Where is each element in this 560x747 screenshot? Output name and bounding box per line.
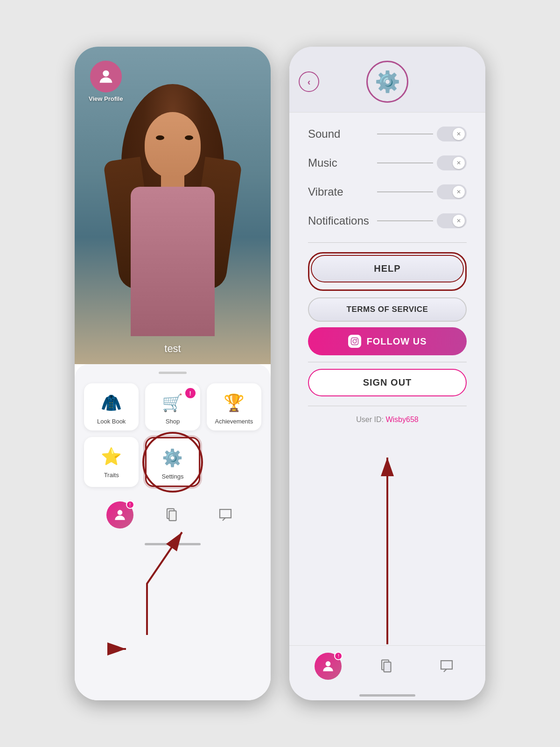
sound-line xyxy=(377,134,433,134)
gear-icon: ⚙️ xyxy=(375,70,400,94)
music-track: ✕ xyxy=(377,155,467,170)
bottom-sheet: 🧥 Look Book ! 🛒 Shop 🏆 xyxy=(75,364,271,700)
music-toggle-knob: ✕ xyxy=(453,157,465,169)
vibrate-line xyxy=(377,191,433,192)
vibrate-toggle-knob: ✕ xyxy=(453,186,465,198)
notifications-track: ✕ xyxy=(377,213,467,228)
settings-icon: ⚙️ xyxy=(161,447,184,469)
shop-badge: ! xyxy=(185,388,196,398)
vibrate-track: ✕ xyxy=(377,184,467,199)
lookbook-icon: 🧥 xyxy=(100,392,123,414)
right-nav-avatar[interactable]: ! xyxy=(314,652,342,680)
divider-2 xyxy=(308,362,467,362)
vibrate-toggle[interactable]: ✕ xyxy=(437,184,467,199)
view-profile-button[interactable]: View Profile xyxy=(89,61,123,102)
help-button[interactable]: HELP xyxy=(311,255,464,282)
avatar xyxy=(90,61,122,92)
notifications-line xyxy=(377,220,433,221)
menu-item-achievements[interactable]: 🏆 Achievements xyxy=(207,383,261,430)
achievements-label: Achievements xyxy=(215,418,253,425)
svg-point-8 xyxy=(326,661,331,666)
notifications-toggle-knob: ✕ xyxy=(453,215,465,227)
svg-point-1 xyxy=(117,510,122,515)
right-nav-person-icon xyxy=(321,659,336,674)
menu-item-traits[interactable]: ⭐ Traits xyxy=(84,437,139,487)
nav-chat-icon xyxy=(217,507,234,523)
follow-label: FOLLOW US xyxy=(367,336,427,347)
sound-track: ✕ xyxy=(377,127,467,141)
right-phone: ‹ ⚙️ Sound ✕ xyxy=(289,47,485,700)
nav-avatar-circle: ! xyxy=(106,501,133,529)
notifications-toggle[interactable]: ✕ xyxy=(437,213,467,228)
shop-label: Shop xyxy=(166,418,180,425)
nav-pages-icon xyxy=(164,507,181,523)
traits-icon: ⭐ xyxy=(100,445,123,468)
svg-rect-5 xyxy=(351,338,358,345)
svg-point-6 xyxy=(353,339,357,343)
right-nav-pages-icon xyxy=(379,658,396,675)
back-button[interactable]: ‹ xyxy=(299,71,319,92)
tos-button[interactable]: TERMS OF SERVICE xyxy=(308,297,467,322)
setting-row-notifications: Notifications ✕ xyxy=(308,213,467,228)
back-icon: ‹ xyxy=(308,77,311,87)
svg-point-0 xyxy=(103,70,109,77)
right-bottom-nav: ! xyxy=(289,645,485,694)
setting-row-vibrate: Vibrate ✕ xyxy=(308,184,467,199)
sheet-handle xyxy=(159,372,187,374)
bottom-nav: ! xyxy=(84,494,261,543)
right-nav-badge: ! xyxy=(334,652,343,660)
menu-item-shop[interactable]: ! 🛒 Shop xyxy=(145,383,200,430)
character-name: test xyxy=(164,343,181,355)
setting-row-sound: Sound ✕ xyxy=(308,127,467,141)
nav-person-icon xyxy=(112,507,127,522)
vibrate-label: Vibrate xyxy=(308,185,343,198)
person-icon xyxy=(97,67,115,86)
svg-rect-3 xyxy=(169,511,176,521)
menu-item-lookbook[interactable]: 🧥 Look Book xyxy=(84,383,139,430)
lookbook-label: Look Book xyxy=(97,418,126,425)
divider-3 xyxy=(308,406,467,406)
user-id-value: Wisby658 xyxy=(385,416,418,423)
character-scene: View Profile test xyxy=(75,47,271,364)
user-id-label: User ID: xyxy=(356,416,384,423)
user-id-row: User ID: Wisby658 xyxy=(308,416,467,424)
help-wrapper: HELP xyxy=(308,252,467,291)
instagram-icon xyxy=(348,335,361,348)
follow-button[interactable]: FOLLOW US xyxy=(308,327,467,355)
ig-svg xyxy=(350,337,359,345)
menu-item-settings[interactable]: ⚙️ Settings xyxy=(145,437,200,487)
achievements-icon: 🏆 xyxy=(223,392,245,414)
right-nav-pages[interactable] xyxy=(373,652,401,680)
menu-grid: 🧥 Look Book ! 🛒 Shop 🏆 xyxy=(84,383,261,487)
settings-label: Settings xyxy=(162,473,184,480)
left-phone: View Profile test 🧥 xyxy=(75,47,271,700)
nav-pages[interactable] xyxy=(159,501,187,529)
right-nav-avatar-circle: ! xyxy=(315,653,342,680)
music-label: Music xyxy=(308,156,337,169)
right-nav-chat-icon xyxy=(438,658,455,675)
settings-gear-circle: ⚙️ xyxy=(366,61,408,103)
music-toggle[interactable]: ✕ xyxy=(437,155,467,170)
svg-point-7 xyxy=(356,339,357,340)
sound-toggle[interactable]: ✕ xyxy=(437,127,467,141)
sound-label: Sound xyxy=(308,127,340,141)
nav-badge: ! xyxy=(126,500,134,509)
svg-rect-10 xyxy=(384,662,391,672)
notifications-label: Notifications xyxy=(308,214,369,227)
view-profile-label: View Profile xyxy=(89,95,123,102)
character-illustration xyxy=(107,103,238,336)
sound-toggle-knob: ✕ xyxy=(453,128,465,140)
nav-chat[interactable] xyxy=(211,501,239,529)
right-nav-chat[interactable] xyxy=(433,652,461,680)
traits-label: Traits xyxy=(104,472,119,479)
home-indicator xyxy=(145,543,201,545)
settings-header: ‹ ⚙️ xyxy=(289,47,485,113)
setting-row-music: Music ✕ xyxy=(308,155,467,170)
music-line xyxy=(377,162,433,163)
divider-1 xyxy=(308,242,467,243)
signout-button[interactable]: SIGN OUT xyxy=(308,369,467,396)
nav-avatar[interactable]: ! xyxy=(106,501,134,529)
shop-icon: 🛒 xyxy=(161,392,184,414)
settings-content: Sound ✕ Music ✕ xyxy=(289,113,485,645)
right-home-indicator xyxy=(359,694,415,697)
